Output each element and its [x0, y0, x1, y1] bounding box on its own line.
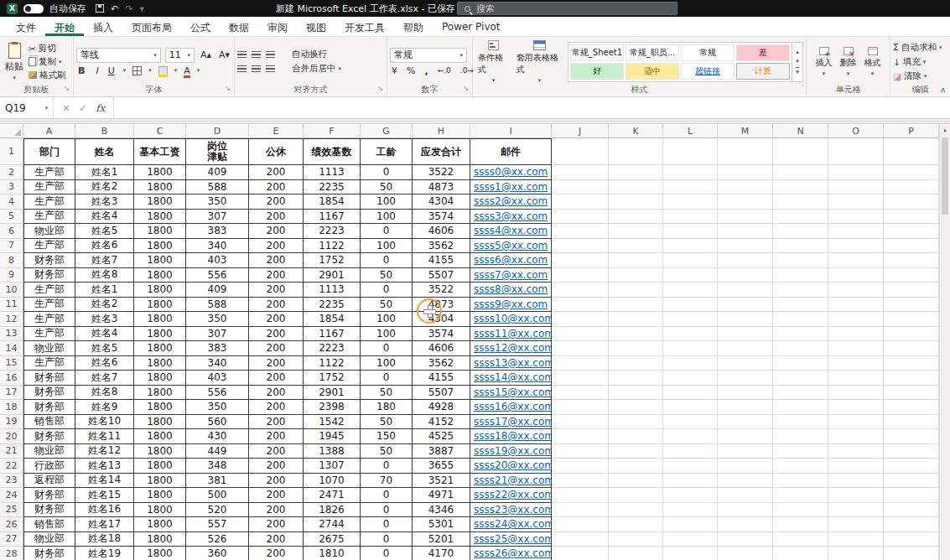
email-link[interactable]: ssss5@xx.com [470, 239, 552, 254]
empty-cell[interactable] [718, 341, 773, 356]
data-cell[interactable]: 1388 [304, 444, 361, 459]
email-link[interactable]: ssss7@xx.com [470, 268, 552, 283]
data-cell[interactable]: 姓名5 [75, 341, 134, 356]
data-cell[interactable]: 物业部 [23, 224, 75, 239]
tab-home[interactable]: 开始 [45, 17, 84, 36]
data-cell[interactable]: 1800 [134, 386, 186, 401]
email-link[interactable]: ssss3@xx.com [470, 210, 552, 225]
empty-cell[interactable] [718, 474, 773, 489]
column-header-p[interactable]: P [884, 124, 939, 138]
empty-cell[interactable] [884, 415, 939, 430]
email-link[interactable]: ssss10@xx.com [470, 312, 552, 327]
data-cell[interactable]: 0 [361, 224, 413, 239]
empty-cell[interactable] [718, 517, 773, 532]
data-cell[interactable]: 200 [249, 253, 304, 268]
empty-cell[interactable] [663, 532, 718, 547]
empty-cell[interactable] [828, 253, 884, 268]
empty-cell[interactable] [609, 488, 663, 503]
row-header-7[interactable]: 7 [0, 239, 23, 254]
empty-cell[interactable] [828, 327, 884, 342]
data-cell[interactable]: 1800 [134, 400, 186, 415]
empty-cell[interactable] [609, 283, 663, 298]
column-header-e[interactable]: E [249, 124, 304, 138]
empty-cell[interactable] [884, 386, 939, 401]
data-cell[interactable]: 3522 [413, 283, 470, 298]
empty-cell[interactable] [884, 547, 939, 560]
data-cell[interactable]: 1113 [304, 165, 361, 180]
data-cell[interactable]: 200 [249, 503, 304, 518]
empty-cell[interactable] [609, 224, 663, 239]
data-cell[interactable]: 4928 [413, 400, 470, 415]
data-cell[interactable]: 生产部 [23, 283, 75, 298]
data-cell[interactable]: 200 [249, 429, 304, 444]
row-header-13[interactable]: 13 [0, 327, 23, 342]
data-cell[interactable]: 生产部 [23, 194, 75, 210]
empty-cell[interactable] [552, 386, 609, 401]
data-cell[interactable]: 1800 [134, 517, 186, 532]
data-cell[interactable]: 0 [361, 547, 413, 560]
empty-cell[interactable] [552, 532, 609, 547]
data-cell[interactable]: 200 [249, 268, 304, 283]
data-cell[interactable]: 1800 [134, 283, 186, 298]
empty-cell[interactable] [663, 371, 718, 386]
empty-cell[interactable] [773, 180, 828, 195]
email-link[interactable]: ssss15@xx.com [470, 386, 552, 401]
empty-cell[interactable] [828, 239, 884, 254]
select-all-corner[interactable] [0, 124, 23, 138]
data-cell[interactable]: 557 [186, 517, 249, 532]
empty-cell[interactable] [552, 239, 609, 254]
data-cell[interactable]: 1113 [304, 283, 361, 298]
data-cell[interactable]: 1800 [134, 298, 186, 313]
empty-cell[interactable] [718, 180, 773, 195]
data-cell[interactable]: 1800 [134, 165, 186, 180]
empty-cell[interactable] [884, 165, 939, 180]
underline-button[interactable]: U [106, 65, 117, 76]
empty-cell[interactable] [828, 547, 884, 560]
empty-cell[interactable] [884, 488, 939, 503]
empty-cell[interactable] [884, 210, 939, 225]
data-cell[interactable]: 360 [186, 547, 249, 560]
column-header-g[interactable]: G [361, 124, 413, 138]
empty-cell[interactable] [884, 517, 939, 532]
empty-cell[interactable] [828, 415, 884, 430]
data-cell[interactable]: 1800 [134, 194, 186, 210]
data-cell[interactable]: 0 [361, 341, 413, 356]
comma-format-icon[interactable]: , [423, 65, 429, 76]
empty-cell[interactable] [773, 386, 828, 401]
row-header-22[interactable]: 22 [0, 459, 23, 474]
data-cell[interactable]: 1800 [134, 312, 186, 327]
data-cell[interactable]: 100 [361, 239, 413, 254]
empty-cell[interactable] [884, 138, 939, 165]
data-cell[interactable]: 5507 [413, 268, 470, 283]
email-link[interactable]: ssss1@xx.com [470, 180, 552, 195]
data-cell[interactable]: 526 [186, 532, 249, 547]
data-cell[interactable]: 生产部 [23, 356, 75, 371]
data-cell[interactable]: 财务部 [23, 268, 75, 283]
empty-cell[interactable] [663, 459, 718, 474]
empty-cell[interactable] [552, 474, 609, 489]
data-cell[interactable]: 姓名14 [75, 474, 134, 489]
empty-cell[interactable] [552, 210, 609, 225]
data-cell[interactable]: 0 [361, 503, 413, 518]
data-cell[interactable]: 财务部 [23, 503, 75, 518]
borders-icon[interactable] [132, 66, 142, 75]
empty-cell[interactable] [718, 239, 773, 254]
empty-cell[interactable] [718, 444, 773, 459]
empty-cell[interactable] [773, 371, 828, 386]
empty-cell[interactable] [828, 488, 884, 503]
collapse-ribbon-icon[interactable]: ∧ [940, 86, 946, 94]
empty-cell[interactable] [663, 327, 718, 342]
data-cell[interactable]: 200 [249, 415, 304, 430]
empty-cell[interactable] [663, 312, 718, 327]
data-cell[interactable]: 200 [249, 224, 304, 239]
data-cell[interactable]: 1800 [134, 371, 186, 386]
data-cell[interactable]: 560 [186, 415, 249, 430]
dialog-launcher-icon[interactable]: ↘ [225, 83, 231, 95]
empty-cell[interactable] [773, 429, 828, 444]
data-cell[interactable]: 100 [361, 327, 413, 342]
data-cell[interactable]: 340 [186, 239, 249, 254]
data-cell[interactable]: 0 [361, 488, 413, 503]
row-header-20[interactable]: 20 [0, 429, 23, 444]
data-cell[interactable]: 姓名17 [75, 517, 134, 532]
data-cell[interactable]: 50 [361, 298, 413, 313]
